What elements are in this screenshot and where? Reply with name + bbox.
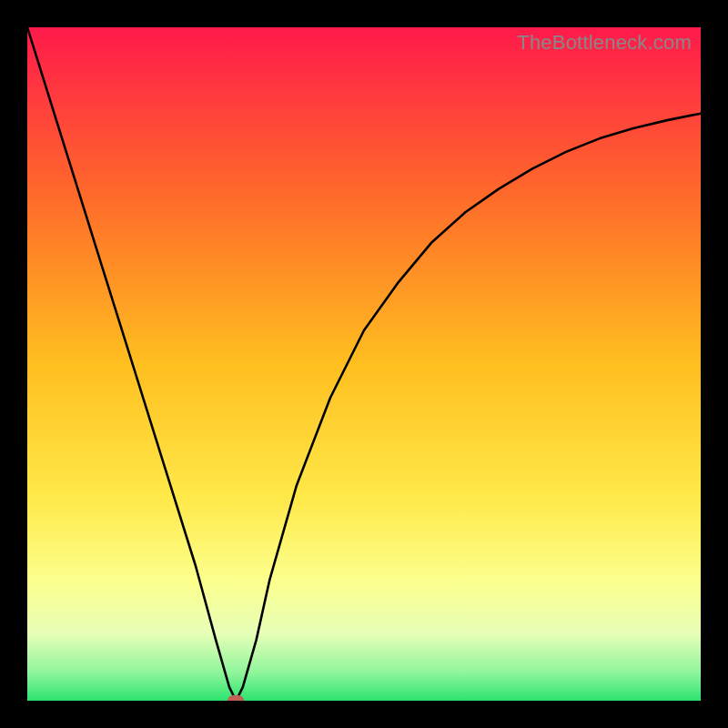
plot-area: TheBottleneck.com bbox=[27, 27, 701, 701]
optimum-marker bbox=[228, 695, 244, 701]
chart-frame: TheBottleneck.com bbox=[0, 0, 728, 728]
bottleneck-curve bbox=[27, 27, 701, 701]
